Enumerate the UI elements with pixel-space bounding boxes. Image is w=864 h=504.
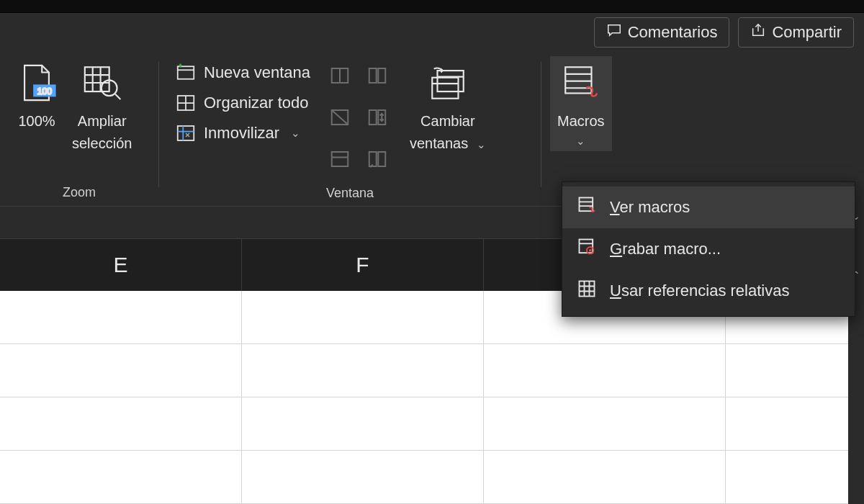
svg-rect-18 — [565, 67, 591, 93]
group-window: Nueva ventana Organizar todo Inmovilizar… — [159, 52, 541, 206]
svg-rect-13 — [332, 152, 348, 166]
switch-windows-button[interactable]: Cambiar ventanas ⌄ — [402, 56, 493, 156]
page-100-icon: 100 — [16, 62, 58, 108]
macros-dropdown: Ver macros Grabar macro... Usar referenc… — [562, 181, 855, 317]
zoom-selection-label-2: selección — [72, 135, 132, 153]
chevron-down-icon: ⌄ — [477, 138, 486, 150]
column-header[interactable]: F — [242, 239, 484, 291]
spreadsheet-grid[interactable] — [0, 291, 864, 504]
column-header[interactable]: E — [0, 239, 242, 291]
switch-windows-label-2: ventanas ⌄ — [410, 135, 486, 153]
comments-button[interactable]: Comentarios — [594, 17, 730, 48]
freeze-panes-label: Inmovilizar — [204, 124, 279, 143]
reset-position-button[interactable] — [365, 147, 390, 171]
comment-icon — [606, 22, 622, 42]
svg-rect-2 — [85, 67, 109, 91]
arrange-all-label: Organizar todo — [204, 94, 309, 112]
zoom-100-label: 100% — [18, 112, 55, 130]
view-macros-icon — [577, 195, 597, 220]
svg-rect-9 — [378, 68, 385, 83]
record-macro-item[interactable]: Grabar macro... — [562, 228, 855, 270]
freeze-panes-button[interactable]: Inmovilizar ⌄ — [175, 122, 310, 144]
svg-rect-23 — [580, 282, 595, 297]
new-window-label: Nueva ventana — [204, 63, 310, 82]
record-macro-icon — [577, 237, 597, 261]
use-relative-refs-item[interactable]: Usar referencias relativas — [562, 270, 855, 312]
unhide-button[interactable] — [328, 147, 352, 171]
svg-rect-14 — [369, 152, 377, 166]
view-side-by-side-button[interactable] — [365, 63, 390, 88]
group-window-label: Ventana — [159, 183, 541, 202]
group-zoom: 100 100% Ampliar selección Zoom — [0, 52, 158, 206]
arrange-all-button[interactable]: Organizar todo — [175, 92, 310, 114]
hide-button[interactable] — [328, 105, 352, 130]
svg-rect-11 — [369, 110, 377, 125]
svg-text:100: 100 — [37, 86, 52, 96]
chevron-down-icon: ⌄ — [291, 127, 300, 140]
header-actions: Comentarios Compartir — [0, 13, 864, 52]
macros-icon — [560, 62, 602, 108]
group-zoom-label: Zoom — [0, 182, 158, 202]
svg-rect-17 — [432, 78, 458, 99]
switch-windows-icon — [427, 62, 469, 108]
share-icon — [750, 22, 766, 42]
new-window-button[interactable]: Nueva ventana — [175, 62, 310, 84]
switch-windows-label-1: Cambiar — [420, 112, 475, 130]
comments-label: Comentarios — [628, 23, 718, 42]
zoom-100-button[interactable]: 100 100% — [9, 56, 65, 133]
svg-rect-15 — [378, 152, 385, 166]
svg-point-22 — [589, 249, 592, 252]
view-macros-item[interactable]: Ver macros — [562, 186, 855, 228]
window-small-icons — [318, 56, 402, 183]
share-button[interactable]: Compartir — [738, 17, 854, 48]
zoom-selection-button[interactable]: Ampliar selección — [65, 56, 139, 156]
zoom-selection-label-1: Ampliar — [78, 112, 127, 130]
svg-rect-4 — [178, 66, 194, 79]
chevron-down-icon: ⌄ — [576, 135, 585, 148]
macros-label: Macros — [557, 112, 605, 130]
svg-rect-16 — [437, 71, 463, 91]
window-actions-list: Nueva ventana Organizar todo Inmovilizar… — [168, 56, 318, 144]
share-label: Compartir — [772, 23, 842, 42]
macros-button[interactable]: Macros ⌄ — [550, 56, 612, 151]
record-macro-label: Grabar macro... — [610, 240, 721, 258]
use-relative-refs-label: Usar referencias relativas — [610, 282, 789, 300]
svg-rect-19 — [580, 198, 593, 212]
view-macros-label: Ver macros — [610, 198, 690, 217]
sync-scroll-button[interactable] — [365, 105, 390, 130]
zoom-selection-icon — [81, 62, 123, 108]
split-button[interactable] — [328, 63, 352, 88]
titlebar-strip — [0, 0, 864, 13]
svg-rect-8 — [369, 68, 377, 83]
relative-refs-icon — [577, 279, 597, 303]
